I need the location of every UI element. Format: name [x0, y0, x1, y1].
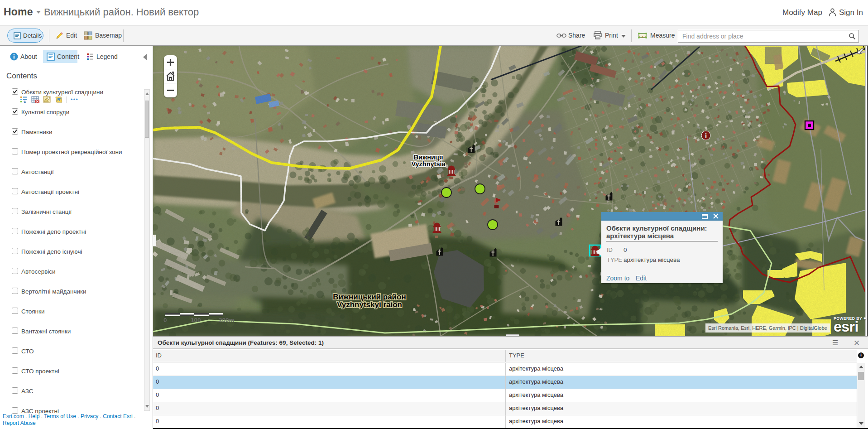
svg-text:0: 0 — [163, 317, 167, 323]
svg-text:100: 100 — [191, 317, 201, 323]
svg-text:200m: 200m — [219, 317, 235, 323]
